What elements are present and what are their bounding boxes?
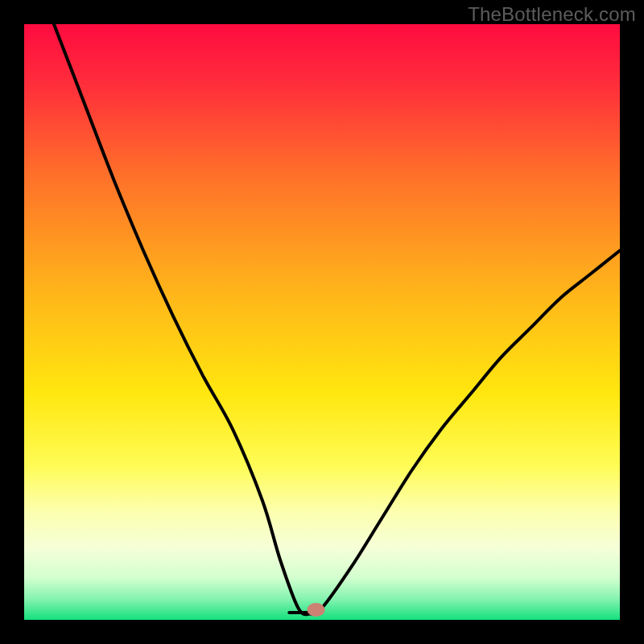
- gradient-background: [24, 24, 620, 620]
- chart-frame: TheBottleneck.com: [0, 0, 644, 644]
- watermark-text: TheBottleneck.com: [468, 3, 636, 26]
- bottleneck-chart: [0, 0, 644, 644]
- optimum-marker: [308, 603, 325, 617]
